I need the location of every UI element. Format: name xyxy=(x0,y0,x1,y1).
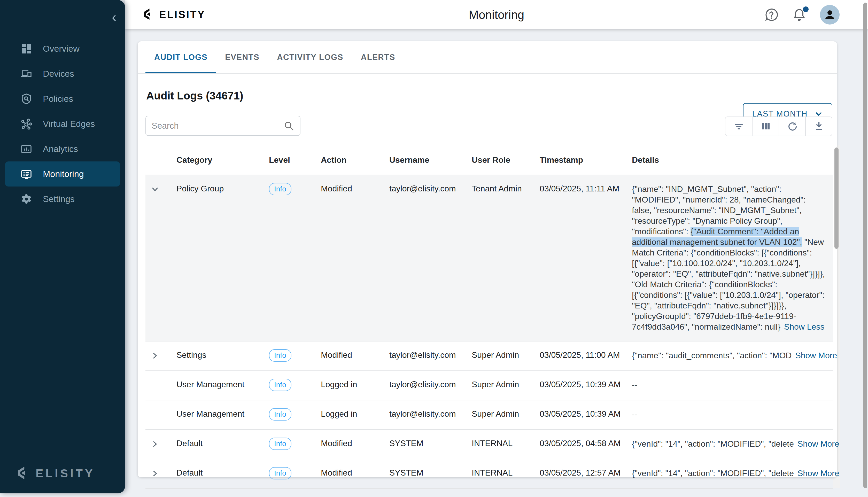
notification-dot xyxy=(803,6,809,12)
col-header-username: Username xyxy=(389,145,472,175)
cell-user-role: INTERNAL xyxy=(472,430,540,459)
cell-category: Settings xyxy=(176,350,207,360)
table-row: Default Info Modified SYSTEM INTERNAL 03… xyxy=(145,459,833,488)
sidebar-item-label: Overview xyxy=(43,44,80,54)
cell-action: Modified xyxy=(321,341,389,370)
sidebar-item-settings[interactable]: Settings xyxy=(0,186,125,212)
cell-details: {"venId": "14", "action": "MODIFIED", "d… xyxy=(632,430,826,459)
avatar[interactable] xyxy=(820,5,840,25)
sidebar-item-label: Devices xyxy=(43,69,74,79)
help-icon[interactable] xyxy=(764,8,779,22)
cell-user-role: Super Admin xyxy=(472,371,540,400)
table-row: Settings Info Modified taylor@elisity.co… xyxy=(145,341,833,370)
notifications-bell-icon[interactable] xyxy=(792,8,807,22)
devices-icon xyxy=(20,68,32,80)
cell-user-role: Super Admin xyxy=(472,400,540,429)
tab-events[interactable]: EVENTS xyxy=(216,41,268,73)
col-header-action: Action xyxy=(321,145,389,175)
level-badge: Info xyxy=(269,183,291,195)
cell-category: Default xyxy=(176,468,202,478)
cell-action: Modified xyxy=(321,175,389,341)
cell-action: Logged in xyxy=(321,371,389,400)
level-badge: Info xyxy=(269,349,291,361)
show-less-link[interactable]: Show Less xyxy=(784,322,825,331)
tab-activity-logs[interactable]: ACTIVITY LOGS xyxy=(268,41,352,73)
table-header-row: Category Level Action Username User Role… xyxy=(145,145,833,175)
sidebar: ‹ Overview Devices Policies Virtual Edge… xyxy=(0,0,125,493)
table-row: Policy Group Info Modified taylor@elisit… xyxy=(145,175,833,341)
cell-action: Modified xyxy=(321,430,389,459)
level-badge: Info xyxy=(269,379,291,391)
sidebar-item-label: Settings xyxy=(43,194,75,204)
cell-username: taylor@elisity.com xyxy=(389,371,472,400)
sidebar-item-overview[interactable]: Overview xyxy=(0,36,125,61)
sidebar-item-devices[interactable]: Devices xyxy=(0,61,125,86)
sidebar-item-analytics[interactable]: Analytics xyxy=(0,137,125,161)
cell-username: SYSTEM xyxy=(389,430,472,459)
sidebar-footer-logo: ELISITY xyxy=(15,466,95,482)
page-title: Monitoring xyxy=(469,8,524,22)
col-header-user-role: User Role xyxy=(472,145,540,175)
col-header-timestamp: Timestamp xyxy=(540,145,632,175)
cell-details: {"name": "audit_comments", "action": "MO… xyxy=(632,341,826,370)
bar-chart-icon xyxy=(20,143,32,155)
details-text: {"name": "audit_comments", "action": "MO… xyxy=(632,351,792,360)
pagination-bar: Rows per page: 20 1–20 of 34671 xyxy=(145,489,833,497)
table-row: User Management Info Logged in taylor@el… xyxy=(145,370,833,400)
refresh-button[interactable] xyxy=(779,117,805,136)
table-scrollbar-thumb[interactable] xyxy=(835,147,839,249)
sidebar-item-label: Policies xyxy=(43,94,73,104)
cell-username: SYSTEM xyxy=(389,459,472,488)
download-icon xyxy=(813,120,825,132)
collapse-row-button[interactable] xyxy=(145,184,165,194)
expand-row-button[interactable] xyxy=(145,439,165,449)
cell-category: Policy Group xyxy=(176,184,224,194)
chevron-down-icon xyxy=(151,185,159,194)
cell-timestamp: 03/05/2025, 10:39 AM xyxy=(540,400,632,429)
show-more-link[interactable]: Show More xyxy=(797,469,839,478)
monitor-list-icon xyxy=(20,168,32,180)
columns-button[interactable] xyxy=(752,117,779,136)
expand-row-button[interactable] xyxy=(145,468,165,478)
cell-timestamp: 03/05/2025, 04:58 AM xyxy=(540,430,632,459)
col-header-category: Category xyxy=(176,155,212,165)
tab-bar: AUDIT LOGS EVENTS ACTIVITY LOGS ALERTS xyxy=(138,41,837,74)
tab-alerts[interactable]: ALERTS xyxy=(352,41,404,73)
audit-logs-table: Category Level Action Username User Role… xyxy=(145,145,833,489)
level-badge: Info xyxy=(269,438,291,450)
show-more-link[interactable]: Show More xyxy=(795,351,837,360)
search-box xyxy=(145,116,300,136)
level-badge: Info xyxy=(269,467,291,480)
cell-user-role: INTERNAL xyxy=(472,459,540,488)
list-title: Audit Logs (34671) xyxy=(146,90,833,102)
expand-row-button[interactable] xyxy=(145,350,165,360)
monitoring-card: AUDIT LOGS EVENTS ACTIVITY LOGS ALERTS A… xyxy=(138,41,837,477)
window-scrollbar-thumb[interactable] xyxy=(863,3,867,488)
search-input[interactable] xyxy=(152,121,283,131)
download-button[interactable] xyxy=(805,117,832,136)
dashboard-icon xyxy=(20,43,32,55)
chevron-right-icon xyxy=(151,469,159,478)
sidebar-item-virtual-edges[interactable]: Virtual Edges xyxy=(0,111,125,137)
filter-button[interactable] xyxy=(725,117,752,136)
shield-search-icon xyxy=(20,93,32,105)
table-row: Default Info Modified SYSTEM INTERNAL 03… xyxy=(145,429,833,459)
cell-category: User Management xyxy=(176,380,244,389)
table-toolbar xyxy=(725,116,833,136)
cell-category: User Management xyxy=(176,409,244,419)
sidebar-collapse-icon[interactable]: ‹ xyxy=(112,10,116,24)
columns-icon xyxy=(760,120,771,132)
tab-audit-logs[interactable]: AUDIT LOGS xyxy=(145,41,216,73)
cell-details: {"venId": "14", "action": "MODIFIED", "d… xyxy=(632,459,826,488)
sidebar-item-monitoring[interactable]: Monitoring xyxy=(5,161,120,186)
table-row: User Management Info Logged in taylor@el… xyxy=(145,400,833,429)
elisity-logomark-icon xyxy=(15,466,30,482)
sidebar-item-policies[interactable]: Policies xyxy=(0,86,125,111)
sidebar-item-label: Virtual Edges xyxy=(43,119,95,129)
show-more-link[interactable]: Show More xyxy=(797,439,839,449)
elisity-logomark-icon xyxy=(141,8,155,22)
cell-action: Modified xyxy=(321,459,389,488)
col-header-details: Details xyxy=(632,145,833,175)
audit-logs-panel: Audit Logs (34671) LAST MONTH xyxy=(138,90,837,497)
header-actions xyxy=(764,5,840,25)
